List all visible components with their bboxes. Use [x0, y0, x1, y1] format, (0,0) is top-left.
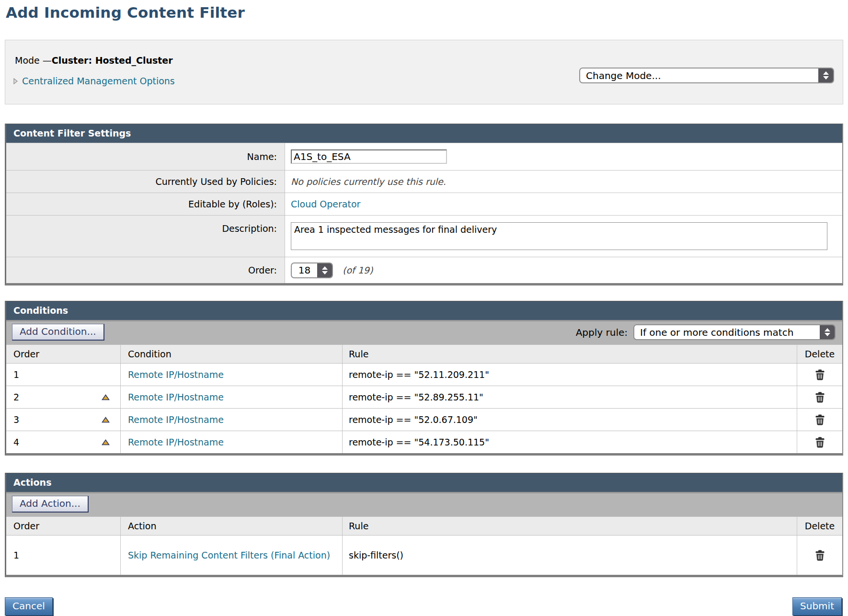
actions-panel: Actions Add Action... Order Action Rule … — [5, 473, 843, 577]
move-up-button[interactable] — [102, 439, 110, 445]
policies-value: No policies currently use this rule. — [291, 176, 446, 187]
col-delete: Delete — [797, 345, 842, 363]
up-down-chevrons-icon — [317, 263, 332, 277]
description-textarea[interactable]: Area 1 inspected messages for final deli… — [291, 222, 827, 250]
change-mode-select[interactable]: Change Mode... — [579, 68, 834, 83]
condition-rule: remote-ip == "54.173.50.115" — [349, 437, 489, 447]
page-title: Add Incoming Content Filter — [6, 4, 843, 21]
delete-button[interactable] — [815, 437, 825, 448]
condition-order: 1 — [13, 369, 19, 380]
actions-header-row: Order Action Rule Delete — [6, 516, 842, 535]
name-row: Name: — [6, 143, 842, 170]
condition-rule: remote-ip == "52.89.255.11" — [349, 392, 483, 402]
col-rule: Rule — [343, 345, 797, 363]
trash-icon — [815, 414, 825, 425]
condition-row: 4 Remote IP/Hostname remote-ip == "54.17… — [6, 431, 842, 453]
up-down-chevrons-icon — [818, 68, 833, 82]
trash-icon — [815, 437, 825, 448]
order-of-note: (of 19) — [343, 265, 373, 275]
editable-label: Editable by (Roles): — [6, 193, 285, 215]
actions-toolbar: Add Action... — [6, 492, 842, 516]
condition-row: 1 Remote IP/Hostname remote-ip == "52.11… — [6, 363, 842, 386]
gold-up-arrow-icon — [102, 439, 110, 445]
condition-link[interactable]: Remote IP/Hostname — [128, 389, 233, 405]
add-action-button[interactable]: Add Action... — [12, 496, 89, 513]
condition-row: 3 Remote IP/Hostname remote-ip == "52.0.… — [6, 408, 842, 431]
action-rule: skip-filters() — [349, 550, 403, 560]
col-action: Action — [121, 517, 343, 535]
col-condition: Condition — [121, 345, 343, 363]
conditions-toolbar: Add Condition... Apply rule: If one or m… — [6, 320, 842, 344]
delete-button[interactable] — [815, 414, 825, 425]
col-order: Order — [6, 517, 121, 535]
order-value: 18 — [292, 263, 317, 277]
cancel-button[interactable]: Cancel — [5, 597, 53, 616]
name-label: Name: — [6, 143, 285, 170]
policies-row: Currently Used by Policies: No policies … — [6, 170, 842, 193]
editable-row: Editable by (Roles): Cloud Operator — [6, 193, 842, 215]
condition-row: 2 Remote IP/Hostname remote-ip == "52.89… — [6, 386, 842, 408]
apply-rule-group: Apply rule: If one or more conditions ma… — [576, 324, 836, 340]
name-input[interactable] — [291, 149, 447, 164]
condition-order: 4 — [13, 437, 19, 447]
centralized-management-options-link[interactable]: Centralized Management Options — [22, 76, 175, 86]
conditions-panel-header: Conditions — [6, 301, 842, 320]
gold-up-arrow-icon — [102, 394, 110, 400]
delete-button[interactable] — [815, 392, 825, 403]
order-label: Order: — [6, 257, 285, 283]
conditions-header-row: Order Condition Rule Delete — [6, 344, 842, 363]
add-condition-button[interactable]: Add Condition... — [12, 324, 104, 341]
footer: Cancel Submit — [5, 597, 843, 616]
condition-rule: remote-ip == "52.11.209.211" — [349, 369, 489, 380]
change-mode-select-value: Change Mode... — [580, 68, 818, 82]
description-row: Description: Area 1 inspected messages f… — [6, 215, 842, 257]
delete-button[interactable] — [815, 369, 825, 380]
description-label: Description: — [6, 216, 285, 257]
apply-rule-select-value: If one or more conditions match — [634, 325, 820, 339]
cloud-operator-link[interactable]: Cloud Operator — [291, 199, 360, 209]
content-filter-settings-panel: Content Filter Settings Name: Currently … — [5, 124, 843, 285]
gold-up-arrow-icon — [102, 417, 110, 423]
mode-line: Mode —Cluster: Hosted_Cluster — [5, 40, 843, 66]
conditions-panel: Conditions Add Condition... Apply rule: … — [5, 301, 843, 456]
order-row: Order: 18 (of 19) — [6, 257, 842, 283]
condition-link[interactable]: Remote IP/Hostname — [128, 367, 233, 383]
condition-order: 2 — [13, 392, 19, 402]
condition-order: 3 — [13, 414, 19, 425]
apply-rule-label: Apply rule: — [576, 327, 628, 338]
move-up-button[interactable] — [102, 417, 110, 423]
policies-label: Currently Used by Policies: — [6, 171, 285, 193]
action-order: 1 — [13, 550, 19, 560]
actions-panel-header: Actions — [6, 473, 842, 492]
mode-value: Cluster: Hosted_Cluster — [52, 55, 173, 66]
condition-link[interactable]: Remote IP/Hostname — [128, 434, 233, 450]
delete-button[interactable] — [815, 550, 825, 561]
order-stepper[interactable]: 18 — [291, 262, 333, 278]
submit-button[interactable]: Submit — [792, 597, 842, 616]
trash-icon — [815, 369, 825, 380]
settings-panel-header: Content Filter Settings — [6, 124, 842, 143]
mode-label: Mode — [15, 55, 43, 66]
mode-separator: — — [43, 55, 52, 66]
condition-rule: remote-ip == "52.0.67.109" — [349, 414, 478, 425]
mode-box: Mode —Cluster: Hosted_Cluster Centralize… — [5, 40, 843, 104]
col-rule: Rule — [343, 517, 797, 535]
right-triangle-icon — [13, 78, 18, 84]
up-down-chevrons-icon — [820, 325, 835, 339]
move-up-button[interactable] — [102, 394, 110, 400]
page: Add Incoming Content Filter Mode —Cluste… — [0, 0, 848, 616]
condition-link[interactable]: Remote IP/Hostname — [128, 412, 233, 428]
trash-icon — [815, 392, 825, 403]
apply-rule-select[interactable]: If one or more conditions match — [633, 324, 836, 340]
action-row: 1 Skip Remaining Content Filters (Final … — [6, 535, 842, 575]
trash-icon — [815, 550, 825, 561]
col-delete: Delete — [797, 517, 842, 535]
action-link[interactable]: Skip Remaining Content Filters (Final Ac… — [128, 548, 340, 563]
col-order: Order — [6, 345, 121, 363]
